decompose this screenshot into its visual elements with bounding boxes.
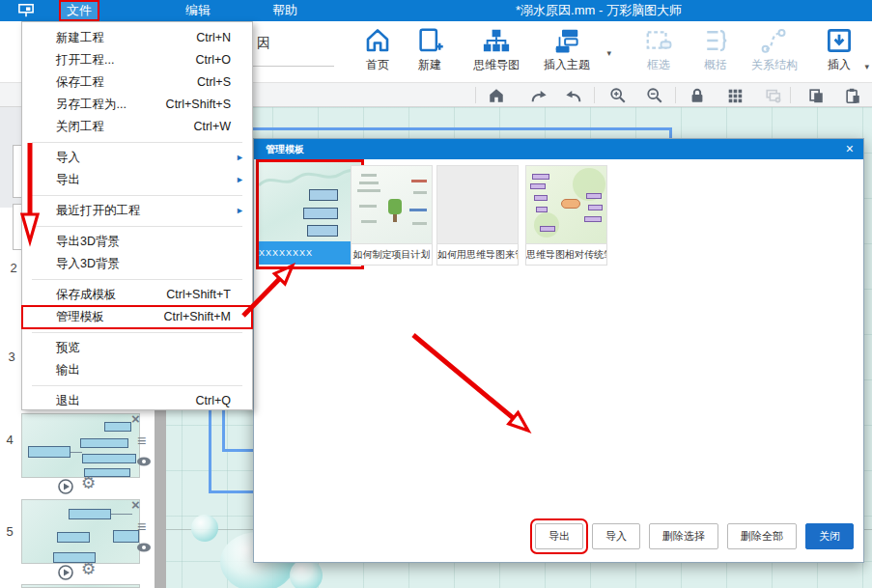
- template-card[interactable]: 如何用思维导图来管理工...: [436, 165, 519, 266]
- import-button[interactable]: 导入: [592, 523, 640, 549]
- menu-item-quit[interactable]: 退出Ctrl+Q: [22, 390, 252, 412]
- mini-connector: [70, 452, 82, 453]
- copy-icon[interactable]: [807, 87, 825, 104]
- menu-separator: [32, 226, 242, 227]
- slide-4-menu-icon[interactable]: ≡: [137, 434, 146, 448]
- toolbar-insert-topic-button[interactable]: 插入主题 ▾: [530, 25, 604, 73]
- template-caption: 如何制定项目计划: [351, 244, 433, 266]
- zoom-in-icon[interactable]: [609, 87, 627, 104]
- dialog-titlebar: 管理模板 ×: [254, 139, 863, 159]
- slide-5-thumbnail[interactable]: [21, 499, 140, 564]
- slide-5-eye-icon[interactable]: [136, 542, 152, 553]
- bubble-decoration-small: [191, 515, 218, 542]
- delete-selected-button[interactable]: 删除选择: [649, 523, 718, 549]
- menu-item-preview[interactable]: 预览: [22, 337, 252, 359]
- lock-icon[interactable]: [689, 87, 706, 104]
- mini-node: [113, 530, 139, 543]
- window-titlebar: 文件 编辑 帮助 *溺水原因.mm - 万彩脑图大师: [0, 0, 872, 21]
- insert-topic-icon: [530, 25, 604, 56]
- template-thumbnail: [525, 165, 607, 244]
- mini-node: [57, 532, 90, 543]
- slide-4-close-icon[interactable]: ×: [131, 412, 140, 426]
- toolbar-new-button[interactable]: 新建: [400, 25, 460, 73]
- slide-4-eye-icon[interactable]: [136, 456, 152, 467]
- slide-5-settings-icon[interactable]: ⚙: [81, 563, 96, 576]
- slide-number-4[interactable]: 4: [1, 433, 18, 447]
- window-title: *溺水原因.mm - 万彩脑图大师: [439, 0, 758, 21]
- menu-item-import[interactable]: 导入►: [22, 147, 252, 169]
- submenu-arrow-icon: ►: [236, 200, 244, 222]
- slide-5-close-icon[interactable]: ×: [131, 498, 140, 512]
- menu-item-import-3d-background[interactable]: 导入3D背景: [22, 253, 252, 275]
- delete-all-button[interactable]: 删除全部: [727, 523, 797, 549]
- slide-6-thumbnail-edge: [21, 584, 140, 588]
- menu-item-recent-projects[interactable]: 最近打开的工程►: [22, 200, 252, 222]
- undo-icon[interactable]: [565, 87, 582, 104]
- menu-item-export-3d-background[interactable]: 导出3D背景: [22, 231, 252, 253]
- chevron-down-icon[interactable]: ▾: [864, 62, 869, 71]
- dialog-close-icon[interactable]: ×: [846, 139, 854, 159]
- slide-5-play-icon[interactable]: [58, 565, 73, 580]
- template-card-selected[interactable]: XXXXXXXX: [256, 159, 364, 269]
- menu-item-new-project[interactable]: 新建工程Ctrl+N: [22, 27, 252, 49]
- new-document-icon: [400, 25, 460, 56]
- menu-file[interactable]: 文件: [60, 1, 98, 20]
- menu-item-save-as-template[interactable]: 保存成模板Ctrl+Shift+T: [22, 284, 252, 306]
- slide-number-5[interactable]: 5: [1, 524, 18, 539]
- template-thumbnail: [436, 165, 519, 244]
- export-button[interactable]: 导出: [535, 523, 583, 549]
- menu-item-open-project[interactable]: 打开工程...Ctrl+O: [22, 49, 252, 71]
- presentation-board-icon: [17, 3, 35, 18]
- slide-4-play-icon[interactable]: [58, 479, 73, 494]
- template-caption: 如何用思维导图来管理工...: [436, 244, 519, 266]
- summary-bracket-icon: [689, 25, 743, 56]
- home-icon[interactable]: [488, 87, 505, 104]
- slide-5-menu-icon[interactable]: ≡: [137, 520, 146, 534]
- bubble-decoration-medium: [290, 559, 323, 588]
- menu-item-export[interactable]: 导出►: [22, 169, 252, 191]
- menu-separator: [32, 385, 242, 386]
- relation-line-icon: [739, 25, 810, 56]
- slide-number-3[interactable]: 3: [3, 350, 20, 364]
- template-card[interactable]: 思维导图相对传统笔记有...: [525, 165, 607, 266]
- mini-node: [80, 438, 128, 448]
- menu-item-save-project[interactable]: 保存工程Ctrl+S: [22, 71, 252, 94]
- submenu-arrow-icon: ►: [236, 169, 244, 191]
- grid-icon[interactable]: [726, 87, 744, 104]
- template-caption: 思维导图相对传统笔记有...: [525, 244, 607, 266]
- template-caption: XXXXXXXX: [259, 241, 361, 265]
- zoom-out-icon[interactable]: [646, 87, 663, 104]
- chevron-down-icon[interactable]: ▾: [606, 48, 611, 58]
- mini-node: [69, 509, 111, 519]
- file-dropdown-menu: 新建工程Ctrl+N 打开工程...Ctrl+O 保存工程Ctrl+S 另存工程…: [21, 21, 253, 410]
- menu-separator: [32, 332, 242, 333]
- app-window: 2 3 4 5 × ≡ ⚙ × ≡: [0, 0, 872, 588]
- toolbar-mindmap-button[interactable]: 思维导图: [462, 25, 531, 73]
- redo-icon[interactable]: [530, 87, 548, 104]
- menu-item-save-as[interactable]: 另存工程为...Ctrl+Shift+S: [22, 94, 252, 116]
- mini-node: [28, 446, 70, 458]
- slide-4-thumbnail[interactable]: [21, 413, 140, 478]
- insert-down-icon: [815, 25, 863, 56]
- menu-item-publish[interactable]: 输出: [22, 359, 252, 381]
- box-select-icon: [627, 25, 690, 56]
- menu-item-manage-templates[interactable]: 管理模板Ctrl+Shift+M: [22, 306, 252, 328]
- menu-help[interactable]: 帮助: [266, 1, 304, 20]
- toolbar-separator: [594, 87, 595, 103]
- mini-node: [307, 225, 338, 237]
- document-tab-partial[interactable]: 因: [257, 35, 270, 52]
- menu-item-close-project[interactable]: 关闭工程Ctrl+W: [22, 116, 252, 138]
- mini-node: [82, 454, 136, 463]
- paste-icon[interactable]: [844, 87, 861, 104]
- layer-settings-icon: [765, 87, 782, 104]
- menu-separator: [32, 142, 242, 143]
- toolbar-relation-button: 关系结构: [739, 25, 810, 73]
- close-button[interactable]: 关闭: [805, 523, 854, 549]
- menu-separator: [32, 195, 242, 196]
- slide-number-2[interactable]: 2: [5, 261, 22, 275]
- menu-edit[interactable]: 编辑: [179, 1, 217, 20]
- slide-4-settings-icon[interactable]: ⚙: [81, 477, 96, 490]
- template-card[interactable]: 如何制定项目计划: [351, 165, 433, 266]
- toolbar-insert-button[interactable]: 插入 ▾: [815, 25, 863, 73]
- toolbar-box-select-button: 框选: [627, 25, 690, 73]
